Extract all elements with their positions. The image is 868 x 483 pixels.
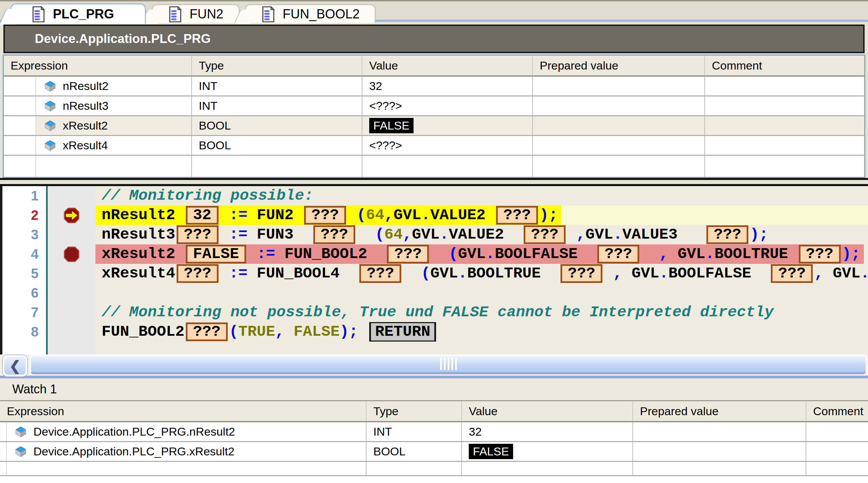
table-cell[interactable]: nResult3 [36, 96, 192, 115]
inline-monitoring-box[interactable]: FALSE [186, 245, 246, 263]
table-cell[interactable] [362, 156, 533, 177]
breakpoint-gutter[interactable] [48, 186, 95, 206]
table-cell[interactable]: INT [366, 422, 462, 441]
row-margin[interactable] [4, 77, 36, 95]
empty-table-row[interactable] [0, 462, 868, 476]
table-cell[interactable] [366, 462, 462, 475]
code-text[interactable]: nResult3??? := FUN3 ??? (64,GVL.VALUE2 ?… [95, 225, 868, 244]
table-cell[interactable] [633, 422, 806, 441]
code-line-5[interactable]: 5xResult4??? := FUN_BOOL4 ??? (GVL.BOOLT… [2, 264, 868, 283]
table-cell[interactable] [533, 77, 705, 95]
table-cell[interactable]: FALSE [362, 116, 533, 135]
breakpoint-gutter[interactable] [48, 244, 95, 264]
table-cell[interactable] [633, 442, 806, 461]
table-row-nResult3[interactable]: nResult3INT<???> [4, 96, 864, 116]
table-cell[interactable] [633, 462, 806, 475]
watch-column-header-expression[interactable]: Expression [0, 401, 366, 421]
table-row-xResult2[interactable]: xResult2BOOLFALSE [4, 116, 864, 136]
row-margin[interactable] [4, 136, 36, 155]
table-cell[interactable]: xResult4 [36, 136, 192, 155]
table-cell[interactable] [533, 156, 705, 177]
watch-column-header-type[interactable]: Type [366, 401, 462, 421]
table-cell[interactable] [806, 442, 868, 461]
inline-monitoring-box[interactable]: ??? [177, 264, 219, 283]
column-header-expression[interactable]: Expression [4, 56, 192, 75]
code-text[interactable]: // Monitoring not possible, True und FAL… [95, 303, 868, 322]
scrollbar-thumb[interactable] [30, 354, 867, 374]
row-margin[interactable] [0, 422, 7, 441]
code-text[interactable] [95, 283, 868, 303]
table-cell[interactable] [705, 156, 864, 177]
row-margin[interactable] [4, 96, 36, 115]
inline-monitoring-box[interactable]: ??? [359, 264, 401, 283]
table-cell[interactable] [705, 96, 864, 115]
tab-fun_bool2[interactable]: FUN_BOOL2 [245, 4, 376, 23]
table-cell[interactable] [462, 462, 633, 475]
table-cell[interactable]: BOOL [192, 116, 362, 135]
table-cell[interactable]: <???> [362, 136, 533, 155]
table-cell[interactable]: Device.Application.PLC_PRG.nResult2 [7, 422, 366, 441]
code-text[interactable]: xResult2 FALSE := FUN_BOOL2 ??? (GVL.BOO… [95, 244, 868, 264]
table-cell[interactable]: INT [192, 96, 362, 115]
watch-table-row-nResult2[interactable]: Device.Application.PLC_PRG.nResult2INT32 [0, 422, 868, 442]
inline-monitoring-box[interactable]: ??? [706, 225, 748, 244]
inline-monitoring-box[interactable]: ??? [304, 206, 346, 225]
inline-monitoring-box[interactable]: 32 [186, 206, 219, 225]
table-cell[interactable]: BOOL [366, 442, 462, 461]
table-cell[interactable]: Device.Application.PLC_PRG.xResult2 [7, 442, 366, 461]
breakpoint-gutter[interactable] [48, 264, 95, 283]
table-cell[interactable] [705, 116, 864, 135]
breakpoint-gutter[interactable] [48, 225, 95, 244]
breakpoint-gutter[interactable] [48, 206, 95, 225]
column-header-value[interactable]: Value [362, 56, 533, 75]
inline-monitoring-box[interactable]: ??? [387, 245, 429, 263]
table-row-nResult2[interactable]: nResult2INT32 [4, 77, 864, 96]
table-cell[interactable] [7, 462, 366, 475]
inline-monitoring-box[interactable]: ??? [771, 264, 813, 283]
table-cell[interactable]: FALSE [462, 442, 633, 461]
horizontal-scrollbar[interactable]: ❮ [0, 354, 868, 378]
table-cell[interactable]: 32 [362, 77, 533, 95]
code-line-4[interactable]: 4 xResult2 FALSE := FUN_BOOL2 ??? (GVL.B… [2, 244, 868, 264]
table-row-xResult4[interactable]: xResult4BOOL<???> [4, 136, 864, 156]
column-header-comment[interactable]: Comment [705, 56, 864, 75]
table-cell[interactable] [705, 77, 864, 95]
table-cell[interactable]: 32 [462, 422, 633, 441]
column-header-prepared-value[interactable]: Prepared value [533, 56, 705, 75]
inline-monitoring-box[interactable]: ??? [186, 322, 228, 341]
column-header-type[interactable]: Type [192, 56, 362, 75]
inline-monitoring-box[interactable]: ??? [496, 206, 538, 225]
code-line-3[interactable]: 3nResult3??? := FUN3 ??? (64,GVL.VALUE2 … [2, 225, 868, 244]
breakpoint-gutter[interactable] [48, 342, 95, 354]
code-text[interactable]: nResult2 32 := FUN2 ??? (64,GVL.VALUE2 ?… [95, 206, 868, 225]
code-text[interactable] [95, 342, 868, 354]
watch-column-header-comment[interactable]: Comment [806, 401, 868, 421]
table-cell[interactable] [192, 156, 362, 177]
watch-table-row-xResult2[interactable]: Device.Application.PLC_PRG.xResult2BOOLF… [0, 442, 868, 462]
code-line-6[interactable]: 6 [2, 283, 868, 303]
code-text[interactable]: // Monitoring possible: [95, 186, 868, 206]
code-editor[interactable]: 1// Monitoring possible:2 nResult2 32 :=… [0, 186, 868, 354]
table-cell[interactable] [533, 96, 705, 115]
table-cell[interactable]: xResult2 [36, 116, 192, 135]
code-line-7[interactable]: 7// Monitoring not possible, True und FA… [2, 303, 868, 322]
row-margin[interactable] [4, 116, 36, 135]
empty-table-row[interactable] [4, 156, 864, 177]
watch-column-header-value[interactable]: Value [462, 401, 633, 421]
tab-plc_prg[interactable]: PLC_PRG [10, 3, 146, 24]
table-cell[interactable] [806, 462, 868, 475]
inline-monitoring-box[interactable]: ??? [597, 245, 639, 263]
code-line-2[interactable]: 2 nResult2 32 := FUN2 ??? (64,GVL.VALUE2… [2, 206, 868, 225]
inline-monitoring-box[interactable]: ??? [560, 264, 602, 283]
table-cell[interactable] [806, 422, 868, 441]
table-cell[interactable] [533, 136, 705, 155]
tab-fun2[interactable]: FUN2 [152, 4, 240, 23]
code-text[interactable]: FUN_BOOL2???(TRUE, FALSE); RETURN [95, 322, 868, 342]
code-text[interactable]: xResult4??? := FUN_BOOL4 ??? (GVL.BOOLTR… [95, 264, 868, 283]
inline-monitoring-box[interactable]: ??? [524, 225, 566, 244]
table-cell[interactable] [533, 116, 705, 135]
scroll-left-button[interactable]: ❮ [3, 355, 27, 376]
breakpoint-gutter[interactable] [48, 322, 95, 342]
table-cell[interactable]: <???> [362, 96, 533, 115]
code-line-1[interactable]: 1// Monitoring possible: [2, 186, 868, 206]
